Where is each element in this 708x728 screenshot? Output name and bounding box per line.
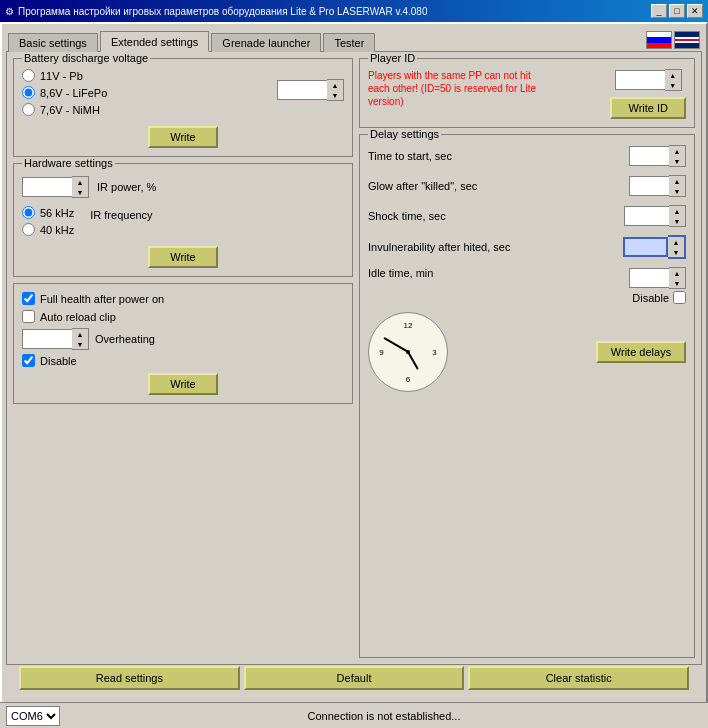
status-bar: COM6 Connection is not established... bbox=[0, 702, 708, 728]
idle-input[interactable]: 60 bbox=[629, 268, 669, 288]
battery-group-label: Battery discharge voltage bbox=[22, 52, 150, 64]
title-text: Программа настройки игровых параметров о… bbox=[18, 6, 427, 17]
freq-40khz-label: 40 kHz bbox=[40, 224, 74, 236]
invuln-spin-up[interactable]: ▲ bbox=[668, 237, 684, 247]
invuln-input[interactable]: 1.00 bbox=[623, 237, 668, 257]
clock-6: 6 bbox=[406, 374, 410, 383]
player-id-input[interactable]: 79 bbox=[615, 70, 665, 90]
overheating-input[interactable]: 80 bbox=[22, 329, 72, 349]
battery-86v-radio[interactable] bbox=[22, 86, 35, 99]
clock-center bbox=[406, 350, 410, 354]
shock-input[interactable]: 1.00 bbox=[624, 206, 669, 226]
connection-status: Connection is not established... bbox=[66, 710, 702, 722]
tab-extended[interactable]: Extended settings bbox=[100, 31, 209, 52]
auto-reload-label: Auto reload clip bbox=[40, 311, 116, 323]
hardware-write-button[interactable]: Write bbox=[148, 246, 218, 268]
app-icon: ⚙ bbox=[5, 6, 14, 17]
title-bar: ⚙ Программа настройки игровых параметров… bbox=[0, 0, 708, 22]
player-id-warning: Players with the same PP can not hit eac… bbox=[368, 69, 548, 108]
shock-spin-down[interactable]: ▼ bbox=[669, 216, 685, 226]
ir-power-spin-down[interactable]: ▼ bbox=[72, 187, 88, 197]
glow-spin-up[interactable]: ▲ bbox=[669, 176, 685, 186]
clock-widget: 12 3 6 9 bbox=[368, 312, 448, 392]
disable-overheating-label: Disable bbox=[40, 355, 77, 367]
player-id-spinbox: 79 ▲ ▼ bbox=[615, 69, 682, 91]
ir-power-label: IR power, % bbox=[97, 181, 156, 193]
hardware-group-label: Hardware settings bbox=[22, 157, 115, 169]
hardware-group: Hardware settings 100 ▲ ▼ IR power, % bbox=[13, 163, 353, 277]
minute-hand bbox=[383, 337, 408, 352]
freq-56khz-radio[interactable] bbox=[22, 206, 35, 219]
close-button[interactable]: ✕ bbox=[687, 4, 703, 18]
battery-76v-label: 7,6V - NiMH bbox=[40, 104, 100, 116]
write-id-button[interactable]: Write ID bbox=[610, 97, 686, 119]
tab-grenade[interactable]: Grenade launcher bbox=[211, 33, 321, 52]
idle-label: Idle time, min bbox=[368, 267, 433, 279]
auto-reload-checkbox[interactable] bbox=[22, 310, 35, 323]
battery-11v-radio[interactable] bbox=[22, 69, 35, 82]
clock-3: 3 bbox=[432, 348, 436, 357]
minimize-button[interactable]: _ bbox=[651, 4, 667, 18]
invuln-spin-down[interactable]: ▼ bbox=[668, 247, 684, 257]
time-to-start-spinbox: 0 ▲ ▼ bbox=[629, 145, 686, 167]
clock-12: 12 bbox=[404, 321, 413, 330]
delay-group: Delay settings Time to start, sec 0 ▲ ▼ bbox=[359, 134, 695, 658]
ir-power-spinbox: 100 ▲ ▼ bbox=[22, 176, 89, 198]
ir-freq-label: IR frequency bbox=[90, 209, 152, 221]
battery-86v-label: 8,6V - LiFePo bbox=[40, 87, 107, 99]
time-to-start-label: Time to start, sec bbox=[368, 150, 452, 162]
hour-hand bbox=[407, 352, 419, 370]
shock-spin-up[interactable]: ▲ bbox=[669, 206, 685, 216]
time-to-start-spin-down[interactable]: ▼ bbox=[669, 156, 685, 166]
idle-spinbox: 60 ▲ ▼ bbox=[629, 267, 686, 289]
tab-basic[interactable]: Basic settings bbox=[8, 33, 98, 52]
player-id-spin-down[interactable]: ▼ bbox=[665, 80, 681, 90]
battery-spin-up[interactable]: ▲ bbox=[327, 80, 343, 90]
clear-statistic-button[interactable]: Clear statistic bbox=[468, 666, 689, 690]
glow-label: Glow after "killed", sec bbox=[368, 180, 477, 192]
com-port-select[interactable]: COM6 bbox=[6, 706, 60, 726]
battery-76v-radio[interactable] bbox=[22, 103, 35, 116]
clock-face: 12 3 6 9 bbox=[373, 317, 443, 387]
tab-content: Battery discharge voltage 11V - Pb 8,6V … bbox=[6, 51, 702, 665]
battery-value-input[interactable]: 8.60 bbox=[277, 80, 327, 100]
default-button[interactable]: Default bbox=[244, 666, 465, 690]
shock-label: Shock time, sec bbox=[368, 210, 446, 222]
shock-spinbox: 1.00 ▲ ▼ bbox=[624, 205, 686, 227]
disable-idle-checkbox[interactable] bbox=[673, 291, 686, 304]
battery-spinbox: 8.60 ▲ ▼ bbox=[277, 79, 344, 101]
write-delays-button[interactable]: Write delays bbox=[596, 341, 686, 363]
time-to-start-input[interactable]: 0 bbox=[629, 146, 669, 166]
maximize-button[interactable]: □ bbox=[669, 4, 685, 18]
idle-spin-up[interactable]: ▲ bbox=[669, 268, 685, 278]
clock-9: 9 bbox=[379, 348, 383, 357]
overheating-label: Overheating bbox=[95, 333, 155, 345]
misc-group: Full health after power on Auto reload c… bbox=[13, 283, 353, 404]
flag-en[interactable] bbox=[674, 31, 700, 49]
ir-power-spin-up[interactable]: ▲ bbox=[72, 177, 88, 187]
time-to-start-spin-up[interactable]: ▲ bbox=[669, 146, 685, 156]
player-id-spin-up[interactable]: ▲ bbox=[665, 70, 681, 80]
idle-spin-down[interactable]: ▼ bbox=[669, 278, 685, 288]
freq-56khz-label: 56 kHz bbox=[40, 207, 74, 219]
glow-input[interactable]: 10 bbox=[629, 176, 669, 196]
disable-overheating-checkbox[interactable] bbox=[22, 354, 35, 367]
tab-tester[interactable]: Tester bbox=[323, 33, 375, 52]
glow-spin-down[interactable]: ▼ bbox=[669, 186, 685, 196]
player-id-group-label: Player ID bbox=[368, 52, 417, 64]
invuln-label: Invulnerability after hited, sec bbox=[368, 241, 510, 253]
freq-40khz-radio[interactable] bbox=[22, 223, 35, 236]
read-settings-button[interactable]: Read settings bbox=[19, 666, 240, 690]
full-health-checkbox[interactable] bbox=[22, 292, 35, 305]
overheating-spin-up[interactable]: ▲ bbox=[72, 329, 88, 339]
battery-spin-down[interactable]: ▼ bbox=[327, 90, 343, 100]
battery-write-button[interactable]: Write bbox=[148, 126, 218, 148]
overheating-spin-down[interactable]: ▼ bbox=[72, 339, 88, 349]
misc-write-button[interactable]: Write bbox=[148, 373, 218, 395]
player-id-group: Player ID Players with the same PP can n… bbox=[359, 58, 695, 128]
delay-group-label: Delay settings bbox=[368, 128, 441, 140]
ir-power-input[interactable]: 100 bbox=[22, 177, 72, 197]
flag-ru[interactable] bbox=[646, 31, 672, 49]
glow-spinbox: 10 ▲ ▼ bbox=[629, 175, 686, 197]
battery-11v-label: 11V - Pb bbox=[40, 70, 83, 82]
